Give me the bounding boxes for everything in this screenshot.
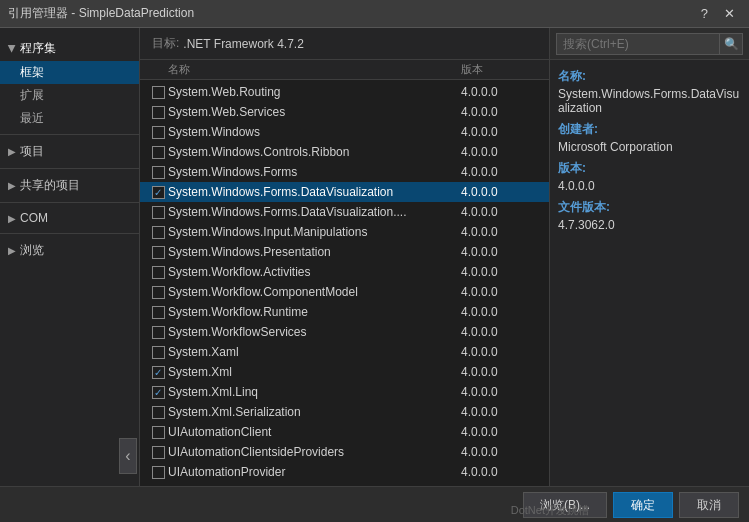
checkbox[interactable] — [152, 206, 165, 219]
window-controls: ? ✕ — [695, 6, 741, 21]
sidebar-item-extensions[interactable]: 扩展 — [0, 84, 139, 107]
item-name: System.Workflow.ComponentModel — [168, 285, 461, 299]
list-header: 名称 版本 — [140, 60, 549, 80]
table-row[interactable]: System.Workflow.Runtime4.0.0.0 — [140, 302, 549, 322]
checkbox[interactable] — [152, 86, 165, 99]
item-name: System.Xaml — [168, 345, 461, 359]
checkbox[interactable] — [152, 106, 165, 119]
arrow-icon-shared: ▶ — [8, 180, 16, 191]
table-row[interactable]: UIAutomationProvider4.0.0.0 — [140, 462, 549, 482]
checkbox[interactable] — [152, 446, 165, 459]
column-version-header: 版本 — [461, 62, 541, 77]
item-version: 4.0.0.0 — [461, 85, 541, 99]
sidebar: ▶ 程序集 框架 扩展 最近 ▶ 项目 ▶ 共享的项目 ▶ COM ▶ 浏览 ‹ — [0, 28, 140, 486]
checkbox[interactable] — [152, 286, 165, 299]
item-version: 4.0.0.0 — [461, 265, 541, 279]
sidebar-item-program-sets[interactable]: ▶ 程序集 — [0, 36, 139, 61]
sidebar-item-project[interactable]: ▶ 项目 — [0, 139, 139, 164]
item-version: 4.0.0.0 — [461, 285, 541, 299]
item-name: System.Xml.Linq — [168, 385, 461, 399]
checkbox-area — [148, 206, 168, 219]
checkbox[interactable] — [152, 406, 165, 419]
arrow-icon-com: ▶ — [8, 213, 16, 224]
help-button[interactable]: ? — [695, 6, 714, 21]
file-version-label: 文件版本: — [558, 199, 741, 216]
checkbox[interactable] — [152, 266, 165, 279]
sidebar-item-framework[interactable]: 框架 — [0, 61, 139, 84]
assembly-list[interactable]: System.Web.Routing4.0.0.0System.Web.Serv… — [140, 80, 549, 486]
ok-button[interactable]: 确定 — [613, 492, 673, 518]
table-row[interactable]: UIAutomationClient4.0.0.0 — [140, 422, 549, 442]
creator-value: Microsoft Corporation — [558, 140, 741, 154]
checkbox[interactable]: ✓ — [152, 186, 165, 199]
checkbox[interactable] — [152, 166, 165, 179]
checkbox[interactable] — [152, 466, 165, 479]
item-name: System.Workflow.Runtime — [168, 305, 461, 319]
table-row[interactable]: System.Windows.Controls.Ribbon4.0.0.0 — [140, 142, 549, 162]
bottom-bar: DotNet开发跳槽 浏览(B)... 确定 取消 — [0, 486, 749, 522]
window-title: 引用管理器 - SimpleDataPrediction — [8, 5, 194, 22]
table-row[interactable]: System.Xaml4.0.0.0 — [140, 342, 549, 362]
table-row[interactable]: System.Windows.Presentation4.0.0.0 — [140, 242, 549, 262]
item-version: 4.0.0.0 — [461, 365, 541, 379]
table-row[interactable]: System.Windows4.0.0.0 — [140, 122, 549, 142]
checkbox[interactable] — [152, 326, 165, 339]
name-value: System.Windows.Forms.DataVisualization — [558, 87, 741, 115]
checkbox[interactable] — [152, 126, 165, 139]
search-input[interactable] — [556, 33, 720, 55]
table-row[interactable]: System.Workflow.ComponentModel4.0.0.0 — [140, 282, 549, 302]
search-button[interactable]: 🔍 — [720, 33, 743, 55]
item-name: System.Windows.Input.Manipulations — [168, 225, 461, 239]
close-button[interactable]: ✕ — [718, 6, 741, 21]
table-row[interactable]: ✓System.Xml.Linq4.0.0.0 — [140, 382, 549, 402]
checkbox[interactable]: ✓ — [152, 386, 165, 399]
title-bar: 引用管理器 - SimpleDataPrediction ? ✕ — [0, 0, 749, 28]
item-name: System.Windows.Forms — [168, 165, 461, 179]
item-name: System.Windows.Forms.DataVisualization — [168, 185, 461, 199]
checkbox[interactable] — [152, 306, 165, 319]
checkbox[interactable] — [152, 246, 165, 259]
checkbox-area — [148, 286, 168, 299]
sidebar-item-com[interactable]: ▶ COM — [0, 207, 139, 229]
checkbox-area — [148, 326, 168, 339]
sidebar-item-shared[interactable]: ▶ 共享的项目 — [0, 173, 139, 198]
cancel-button[interactable]: 取消 — [679, 492, 739, 518]
checkbox[interactable] — [152, 146, 165, 159]
sidebar-label-shared: 共享的项目 — [20, 177, 80, 194]
sidebar-collapse-button[interactable]: ‹ — [119, 438, 137, 474]
checkbox[interactable]: ✓ — [152, 366, 165, 379]
checkbox[interactable] — [152, 426, 165, 439]
divider-2 — [0, 168, 139, 169]
sidebar-item-browser[interactable]: ▶ 浏览 — [0, 238, 139, 263]
item-version: 4.0.0.0 — [461, 445, 541, 459]
checkbox[interactable] — [152, 226, 165, 239]
table-row[interactable]: System.Xml.Serialization4.0.0.0 — [140, 402, 549, 422]
target-value: .NET Framework 4.7.2 — [183, 37, 303, 51]
item-version: 4.0.0.0 — [461, 105, 541, 119]
sidebar-item-recent[interactable]: 最近 — [0, 107, 139, 130]
item-version: 4.0.0.0 — [461, 125, 541, 139]
table-row[interactable]: System.WorkflowServices4.0.0.0 — [140, 322, 549, 342]
table-row[interactable]: UIAutomationClientsideProviders4.0.0.0 — [140, 442, 549, 462]
table-row[interactable]: System.Windows.Forms.DataVisualization..… — [140, 202, 549, 222]
center-header: 目标: .NET Framework 4.7.2 — [140, 28, 549, 60]
table-row[interactable]: System.Workflow.Activities4.0.0.0 — [140, 262, 549, 282]
sidebar-label-browser: 浏览 — [20, 242, 44, 259]
table-row[interactable]: System.Windows.Forms4.0.0.0 — [140, 162, 549, 182]
table-row[interactable]: System.Web.Routing4.0.0.0 — [140, 82, 549, 102]
checkbox-area — [148, 466, 168, 479]
name-label: 名称: — [558, 68, 741, 85]
browse-button[interactable]: 浏览(B)... — [523, 492, 607, 518]
item-version: 4.0.0.0 — [461, 145, 541, 159]
checkbox-area — [148, 426, 168, 439]
table-row[interactable]: System.Windows.Input.Manipulations4.0.0.… — [140, 222, 549, 242]
checkbox-area — [148, 166, 168, 179]
item-version: 4.0.0.0 — [461, 185, 541, 199]
checkbox-area — [148, 126, 168, 139]
sidebar-label-program-sets: 程序集 — [20, 40, 56, 57]
table-row[interactable]: ✓System.Windows.Forms.DataVisualization4… — [140, 182, 549, 202]
table-row[interactable]: System.Web.Services4.0.0.0 — [140, 102, 549, 122]
target-label: 目标: — [152, 35, 179, 52]
checkbox[interactable] — [152, 346, 165, 359]
table-row[interactable]: ✓System.Xml4.0.0.0 — [140, 362, 549, 382]
